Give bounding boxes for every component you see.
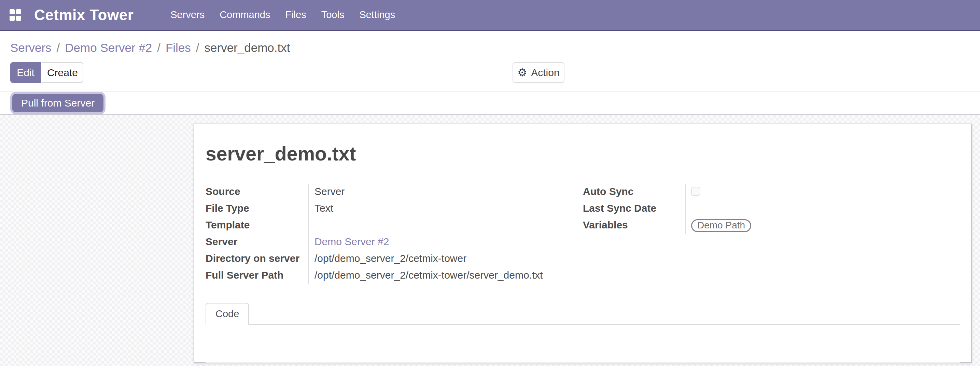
field-label-variables: Variables xyxy=(583,218,686,234)
action-menu-button[interactable]: ⚙ Action xyxy=(512,62,565,83)
main-menu: Servers Commands Files Tools Settings xyxy=(170,9,395,21)
field-value-template xyxy=(309,218,583,234)
apps-grid-icon[interactable] xyxy=(10,9,21,21)
notebook: Code xyxy=(205,303,960,363)
field-label-server: Server xyxy=(205,234,309,251)
breadcrumb-separator: / xyxy=(196,41,199,55)
menu-item-files[interactable]: Files xyxy=(285,9,306,21)
field-value-directory-on-server: /opt/demo_server_2/cetmix-tower xyxy=(309,251,583,268)
field-value-last-sync-date xyxy=(686,201,960,218)
tab-code-content xyxy=(205,325,960,363)
menu-item-commands[interactable]: Commands xyxy=(220,9,270,21)
form-sheet: server_demo.txt Source Server File Type … xyxy=(194,124,972,363)
field-label-source: Source xyxy=(205,184,309,201)
breadcrumb: Servers / Demo Server #2 / Files / serve… xyxy=(10,41,980,55)
breadcrumb-demo-server-2[interactable]: Demo Server #2 xyxy=(65,41,152,55)
field-label-full-server-path: Full Server Path xyxy=(205,268,309,285)
control-panel: Servers / Demo Server #2 / Files / serve… xyxy=(0,31,980,115)
field-label-file-type: File Type xyxy=(205,201,309,218)
variable-tag-demo-path[interactable]: Demo Path xyxy=(691,219,751,232)
gear-icon: ⚙ xyxy=(517,67,527,78)
menu-item-tools[interactable]: Tools xyxy=(321,9,345,21)
field-label-last-sync-date: Last Sync Date xyxy=(583,201,686,218)
top-navbar: Cetmix Tower Servers Commands Files Tool… xyxy=(0,0,980,31)
field-value-variables: Demo Path xyxy=(686,218,960,234)
field-label-directory-on-server: Directory on server xyxy=(205,251,309,268)
field-value-source: Server xyxy=(309,184,583,201)
form-view-background: server_demo.txt Source Server File Type … xyxy=(0,115,980,366)
breadcrumb-separator: / xyxy=(57,41,60,55)
breadcrumb-separator: / xyxy=(157,41,161,55)
auto-sync-checkbox[interactable] xyxy=(691,187,700,196)
breadcrumb-servers[interactable]: Servers xyxy=(10,41,52,55)
field-value-auto-sync xyxy=(686,184,960,201)
pull-from-server-button[interactable]: Pull from Server xyxy=(12,94,103,112)
tab-code[interactable]: Code xyxy=(205,303,249,325)
breadcrumb-current-record: server_demo.txt xyxy=(205,41,290,55)
field-label-auto-sync: Auto Sync xyxy=(583,184,686,201)
breadcrumb-files[interactable]: Files xyxy=(165,41,191,55)
notebook-tab-header: Code xyxy=(205,303,960,325)
field-group-right: Auto Sync Last Sync Date Variables Demo … xyxy=(583,184,960,285)
field-group-left: Source Server File Type Text Template Se… xyxy=(205,184,583,285)
statusbar: Pull from Server xyxy=(0,91,980,115)
field-label-template: Template xyxy=(205,218,309,234)
field-value-file-type: Text xyxy=(309,201,583,218)
action-button-label: Action xyxy=(531,67,559,78)
menu-item-servers[interactable]: Servers xyxy=(170,9,205,21)
field-value-full-server-path: /opt/demo_server_2/cetmix-tower/server_d… xyxy=(309,268,583,285)
create-button[interactable]: Create xyxy=(42,62,83,83)
menu-item-settings[interactable]: Settings xyxy=(359,9,395,21)
edit-button[interactable]: Edit xyxy=(10,62,41,83)
app-brand-title[interactable]: Cetmix Tower xyxy=(34,6,134,24)
record-title: server_demo.txt xyxy=(205,142,960,165)
field-value-server-link[interactable]: Demo Server #2 xyxy=(309,234,583,251)
